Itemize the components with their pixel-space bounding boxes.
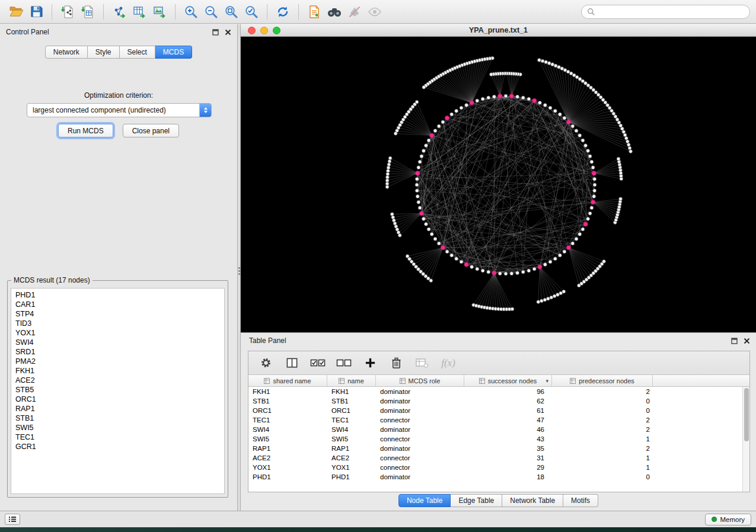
- network-dominator-node[interactable]: [566, 120, 571, 124]
- network-node[interactable]: [424, 144, 428, 148]
- network-node[interactable]: [455, 257, 458, 261]
- network-node[interactable]: [387, 166, 390, 169]
- chevron-down-icon[interactable]: ▾: [546, 378, 548, 384]
- network-node[interactable]: [385, 185, 389, 189]
- network-node[interactable]: [487, 96, 490, 100]
- network-dominator-node[interactable]: [591, 200, 595, 204]
- delete-table-button[interactable]: [412, 354, 432, 372]
- network-node[interactable]: [465, 103, 468, 107]
- table-row[interactable]: YOX1YOX1connector291: [248, 463, 749, 472]
- zoom-selected-button[interactable]: [241, 3, 261, 21]
- network-dominator-node[interactable]: [538, 265, 543, 270]
- network-node[interactable]: [553, 109, 557, 113]
- network-node[interactable]: [551, 63, 554, 66]
- network-dominator-node[interactable]: [470, 101, 474, 105]
- network-node[interactable]: [427, 227, 430, 231]
- network-dominator-node[interactable]: [429, 133, 434, 138]
- network-node[interactable]: [470, 265, 474, 269]
- network-node[interactable]: [498, 272, 502, 275]
- network-node[interactable]: [415, 183, 419, 187]
- network-node[interactable]: [388, 156, 392, 160]
- network-dominator-node[interactable]: [592, 171, 596, 176]
- network-node[interactable]: [429, 279, 433, 283]
- export-image-button[interactable]: [149, 3, 170, 21]
- network-dominator-node[interactable]: [566, 245, 571, 250]
- tab-network[interactable]: Network: [45, 46, 88, 59]
- network-dominator-node[interactable]: [532, 98, 537, 103]
- network-node[interactable]: [590, 160, 594, 164]
- table-scrollbar[interactable]: [742, 387, 749, 492]
- network-node[interactable]: [543, 263, 547, 267]
- network-node[interactable]: [532, 267, 536, 271]
- save-session-button[interactable]: [26, 3, 46, 21]
- table-row[interactable]: STB1STB1dominator620: [248, 396, 749, 406]
- list-item[interactable]: STB5: [15, 385, 224, 395]
- network-dominator-node[interactable]: [445, 116, 449, 120]
- network-node[interactable]: [510, 272, 513, 275]
- network-node[interactable]: [592, 195, 596, 198]
- table-row[interactable]: RAP1RAP1dominator352: [248, 444, 749, 453]
- hide-graphics-details-button[interactable]: [344, 3, 365, 21]
- network-node[interactable]: [386, 172, 390, 176]
- network-node[interactable]: [571, 242, 575, 245]
- network-node[interactable]: [487, 270, 490, 274]
- list-item[interactable]: RAP1: [15, 404, 224, 414]
- network-node[interactable]: [619, 197, 623, 201]
- network-node[interactable]: [420, 155, 423, 158]
- network-node[interactable]: [562, 290, 566, 293]
- import-network-button[interactable]: [58, 3, 78, 21]
- table-row[interactable]: ORC1ORC1dominator610: [248, 406, 749, 415]
- network-node[interactable]: [588, 211, 592, 215]
- network-node[interactable]: [540, 299, 543, 303]
- column-header-MCDS-role[interactable]: MCDS role: [376, 375, 464, 386]
- list-item[interactable]: FKH1: [15, 366, 224, 376]
- network-node[interactable]: [427, 139, 430, 142]
- network-node[interactable]: [563, 116, 566, 120]
- tab-motifs[interactable]: Motifs: [563, 494, 598, 507]
- network-node[interactable]: [430, 232, 433, 236]
- list-item[interactable]: YOX1: [15, 328, 224, 338]
- network-node[interactable]: [416, 195, 419, 198]
- network-node[interactable]: [527, 269, 531, 273]
- float-panel-icon[interactable]: [731, 338, 738, 344]
- network-node[interactable]: [588, 155, 592, 158]
- network-node[interactable]: [543, 103, 547, 107]
- network-node[interactable]: [460, 260, 463, 264]
- network-node[interactable]: [504, 94, 508, 98]
- network-node[interactable]: [593, 183, 596, 187]
- network-node[interactable]: [575, 237, 578, 241]
- close-panel-button[interactable]: Close panel: [123, 124, 179, 137]
- network-node[interactable]: [538, 59, 541, 62]
- import-table-button[interactable]: [78, 3, 98, 21]
- column-header-predecessor-nodes[interactable]: predecessor nodes: [552, 375, 653, 386]
- network-node[interactable]: [527, 97, 531, 101]
- function-builder-button[interactable]: f(x): [438, 354, 458, 372]
- network-node[interactable]: [623, 133, 627, 137]
- list-item[interactable]: STP4: [15, 309, 224, 319]
- network-node[interactable]: [624, 136, 628, 140]
- network-node[interactable]: [593, 189, 596, 193]
- export-table-button[interactable]: [129, 3, 149, 21]
- tab-mcds[interactable]: MCDS: [155, 46, 192, 59]
- delete-column-button[interactable]: [386, 354, 406, 372]
- zoom-fit-button[interactable]: [221, 3, 241, 21]
- network-node[interactable]: [584, 144, 588, 148]
- network-node[interactable]: [586, 149, 590, 153]
- network-node[interactable]: [441, 120, 445, 124]
- network-node[interactable]: [563, 250, 566, 254]
- create-column-button[interactable]: [360, 354, 380, 372]
- table-row[interactable]: FKH1FKH1dominator962: [248, 387, 749, 396]
- network-dominator-node[interactable]: [464, 262, 469, 267]
- table-row[interactable]: ACE2ACE2connector311: [248, 453, 749, 463]
- network-node[interactable]: [558, 254, 562, 257]
- list-item[interactable]: ACE2: [15, 376, 224, 385]
- task-history-button[interactable]: [5, 514, 20, 525]
- network-node[interactable]: [481, 269, 484, 273]
- network-node[interactable]: [455, 109, 458, 113]
- network-node[interactable]: [628, 146, 631, 150]
- network-node[interactable]: [538, 101, 541, 104]
- optimization-criterion-select[interactable]: largest connected component (undirected): [27, 103, 212, 117]
- network-node[interactable]: [537, 300, 540, 304]
- network-node[interactable]: [386, 175, 390, 179]
- network-node[interactable]: [450, 254, 454, 257]
